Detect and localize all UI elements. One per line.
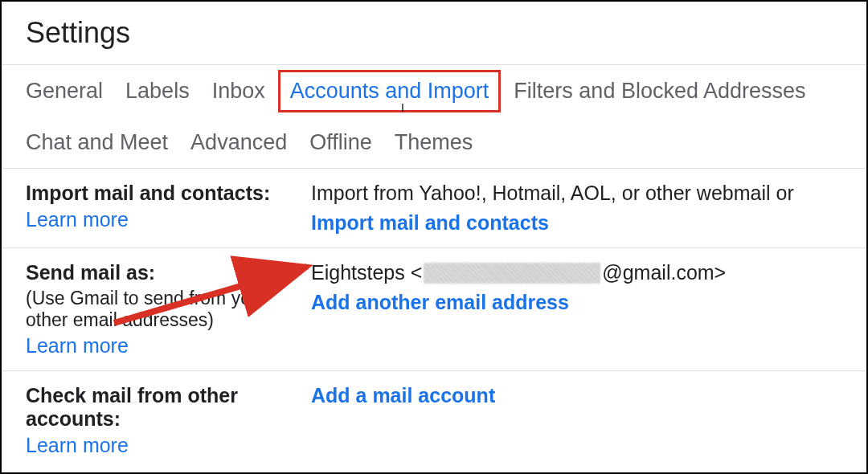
tabs-nav: General Labels Inbox Accounts and Import… bbox=[2, 64, 866, 169]
check-mail-label: Check mail from other accounts: bbox=[26, 384, 311, 431]
send-as-email: Eightsteps < @gmail.com> bbox=[311, 261, 866, 284]
tab-labels[interactable]: Labels bbox=[125, 66, 190, 116]
import-learn-more-link[interactable]: Learn more bbox=[26, 208, 129, 231]
check-mail-learn-more-link[interactable]: Learn more bbox=[26, 434, 129, 457]
tab-chat-meet[interactable]: Chat and Meet bbox=[26, 117, 168, 168]
section-import-right: Import from Yahoo!, Hotmail, AOL, or oth… bbox=[311, 182, 866, 235]
tab-filters-blocked[interactable]: Filters and Blocked Addresses bbox=[514, 66, 805, 116]
settings-body: Import mail and contacts: Learn more Imp… bbox=[2, 169, 866, 470]
tab-accounts-import[interactable]: Accounts and Import bbox=[278, 70, 502, 112]
import-description: Import from Yahoo!, Hotmail, AOL, or oth… bbox=[311, 182, 866, 205]
add-mail-account-link[interactable]: Add a mail account bbox=[311, 384, 495, 407]
send-as-label: Send mail as: bbox=[26, 261, 311, 284]
send-as-name: Eightsteps bbox=[311, 261, 405, 284]
tabs-row-2: Chat and Meet Advanced Offline Themes bbox=[26, 117, 842, 168]
tab-themes[interactable]: Themes bbox=[395, 117, 473, 168]
page-title: Settings bbox=[2, 2, 866, 64]
send-as-learn-more-link[interactable]: Learn more bbox=[26, 334, 129, 358]
section-send-as-right: Eightsteps < @gmail.com> Add another ema… bbox=[311, 261, 866, 358]
section-send-as: Send mail as: (Use Gmail to send from yo… bbox=[2, 248, 866, 371]
tabs-row-1: General Labels Inbox Accounts and Import… bbox=[26, 65, 842, 117]
send-as-email-suffix: @gmail.com> bbox=[602, 261, 726, 284]
section-check-mail-left: Check mail from other accounts: Learn mo… bbox=[26, 384, 311, 457]
redacted-email bbox=[424, 263, 600, 284]
import-label: Import mail and contacts: bbox=[26, 182, 311, 205]
send-as-sub: (Use Gmail to send from your other email… bbox=[26, 288, 311, 331]
section-import: Import mail and contacts: Learn more Imp… bbox=[2, 169, 866, 248]
send-as-email-prefix: < bbox=[411, 261, 423, 284]
tab-offline[interactable]: Offline bbox=[309, 117, 372, 168]
section-import-left: Import mail and contacts: Learn more bbox=[26, 182, 311, 235]
section-send-as-left: Send mail as: (Use Gmail to send from yo… bbox=[26, 261, 311, 358]
tab-general[interactable]: General bbox=[26, 66, 103, 116]
section-check-mail: Check mail from other accounts: Learn mo… bbox=[2, 371, 866, 470]
tab-inbox[interactable]: Inbox bbox=[212, 66, 265, 116]
add-email-link[interactable]: Add another email address bbox=[311, 291, 569, 314]
import-action-link[interactable]: Import mail and contacts bbox=[311, 211, 549, 235]
section-check-mail-right: Add a mail account bbox=[311, 384, 866, 457]
tab-advanced[interactable]: Advanced bbox=[190, 117, 287, 168]
